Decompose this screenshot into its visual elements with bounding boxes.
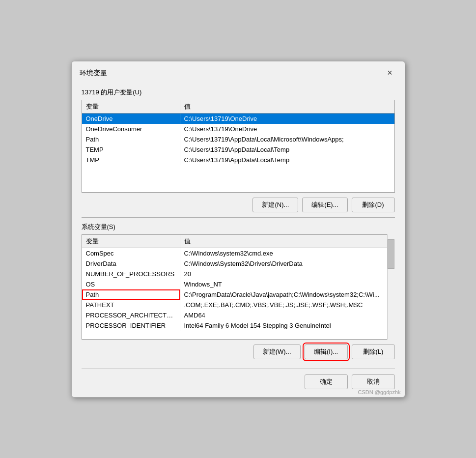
- scrollbar-thumb[interactable]: [388, 239, 394, 269]
- watermark: CSDN @ggdpzhk: [358, 389, 401, 395]
- cell-val: C:\Users\13719\AppData\Local\Temp: [180, 155, 394, 165]
- sys-col-var: 变量: [82, 235, 180, 248]
- table-row[interactable]: DriverDataC:\Windows\System32\Drivers\Dr…: [82, 258, 387, 269]
- user-vars-body: OneDriveC:\Users\13719\OneDriveOneDriveC…: [82, 114, 394, 192]
- table-row[interactable]: PROCESSOR_IDENTIFIERIntel64 Family 6 Mod…: [82, 320, 387, 331]
- close-button[interactable]: ×: [383, 66, 397, 80]
- system-edit-button[interactable]: 编辑(I)...: [305, 344, 348, 359]
- cell-val: C:\Users\13719\AppData\Local\Temp: [180, 144, 394, 155]
- user-vars-table: 变量 值 OneDriveC:\Users\13719\OneDriveOneD…: [82, 100, 395, 193]
- system-table-wrapper: 变量 值 ComSpecC:\Windows\system32\cmd.exeD…: [82, 234, 395, 340]
- table-row[interactable]: PATHEXT.COM;.EXE;.BAT;.CMD;.VBS;.VBE;.JS…: [82, 300, 387, 310]
- user-edit-button[interactable]: 编辑(E)...: [302, 198, 347, 212]
- cell-var: NUMBER_OF_PROCESSORS: [82, 269, 180, 279]
- system-vars-label: 系统变量(S): [82, 223, 395, 231]
- table-row[interactable]: TMPC:\Users\13719\AppData\Local\Temp: [82, 155, 394, 165]
- system-vars-buttons: 新建(W)... 编辑(I)... 删除(L): [82, 344, 395, 359]
- cell-val: Intel64 Family 6 Model 154 Stepping 3 Ge…: [180, 320, 387, 331]
- user-col-var: 变量: [82, 100, 180, 113]
- system-new-button[interactable]: 新建(W)...: [253, 344, 301, 359]
- divider: [82, 217, 395, 218]
- cell-var: TMP: [82, 155, 180, 165]
- table-row[interactable]: ComSpecC:\Windows\system32\cmd.exe: [82, 248, 387, 258]
- system-vars-table: 变量 值 ComSpecC:\Windows\system32\cmd.exeD…: [82, 234, 395, 340]
- table-row[interactable]: PathC:\ProgramData\Oracle\Java\javapath;…: [82, 289, 387, 300]
- dialog-body: 13719 的用户变量(U) 变量 值 OneDriveC:\Users\137…: [72, 88, 405, 368]
- cell-var: OS: [82, 279, 180, 289]
- table-row[interactable]: OSWindows_NT: [82, 279, 387, 289]
- cell-var: OneDrive: [82, 114, 180, 124]
- user-delete-button[interactable]: 删除(D): [352, 198, 395, 212]
- table-row[interactable]: OneDriveConsumerC:\Users\13719\OneDrive: [82, 124, 394, 134]
- system-vars-body: ComSpecC:\Windows\system32\cmd.exeDriver…: [82, 248, 394, 339]
- cancel-button[interactable]: 取消: [352, 374, 395, 389]
- cell-val: C:\Users\13719\OneDrive: [180, 124, 394, 134]
- user-new-button[interactable]: 新建(N)...: [252, 198, 298, 212]
- cell-var: PROCESSOR_ARCHITECTURE: [82, 310, 180, 320]
- cell-var: PATHEXT: [82, 300, 180, 310]
- footer-buttons: 确定 取消: [72, 369, 405, 397]
- cell-val: C:\Windows\System32\Drivers\DriverData: [180, 258, 387, 269]
- user-col-val: 值: [180, 100, 394, 113]
- scrollbar-track[interactable]: [387, 234, 395, 340]
- table-row[interactable]: TEMPC:\Users\13719\AppData\Local\Temp: [82, 144, 394, 155]
- title-bar: 环境变量 ×: [72, 61, 405, 83]
- cell-var: DriverData: [82, 258, 180, 269]
- cell-val: C:\Users\13719\OneDrive: [180, 114, 394, 124]
- table-row[interactable]: OneDriveC:\Users\13719\OneDrive: [82, 114, 394, 124]
- system-vars-header: 变量 值: [82, 235, 394, 248]
- user-vars-buttons: 新建(N)... 编辑(E)... 删除(D): [82, 198, 395, 212]
- cell-var: ComSpec: [82, 248, 180, 258]
- cell-var: Path: [82, 289, 180, 300]
- system-delete-button[interactable]: 删除(L): [352, 344, 395, 359]
- cell-var: OneDriveConsumer: [82, 124, 180, 134]
- cell-val: Windows_NT: [180, 279, 387, 289]
- cell-val: 20: [180, 269, 387, 279]
- cell-val: C:\Windows\system32\cmd.exe: [180, 248, 387, 258]
- cell-var: Path: [82, 134, 180, 144]
- cell-val: C:\ProgramData\Oracle\Java\javapath;C:\W…: [180, 289, 387, 300]
- cell-var: PROCESSOR_IDENTIFIER: [82, 320, 180, 331]
- user-vars-header: 变量 值: [82, 100, 394, 114]
- cell-val: C:\Users\13719\AppData\Local\Microsoft\W…: [180, 134, 394, 144]
- ok-button[interactable]: 确定: [305, 374, 348, 389]
- sys-col-val: 值: [180, 235, 394, 248]
- cell-var: TEMP: [82, 144, 180, 155]
- table-row[interactable]: PROCESSOR_ARCHITECTUREAMD64: [82, 310, 387, 320]
- cell-val: AMD64: [180, 310, 387, 320]
- table-row[interactable]: NUMBER_OF_PROCESSORS20: [82, 269, 387, 279]
- user-vars-label: 13719 的用户变量(U): [82, 88, 395, 97]
- dialog-title: 环境变量: [80, 69, 107, 78]
- env-vars-dialog: 环境变量 × 13719 的用户变量(U) 变量 值 OneDriveC:\Us…: [71, 61, 405, 398]
- table-row[interactable]: PathC:\Users\13719\AppData\Local\Microso…: [82, 134, 394, 144]
- cell-val: .COM;.EXE;.BAT;.CMD;.VBS;.VBE;.JS;.JSE;.…: [180, 300, 387, 310]
